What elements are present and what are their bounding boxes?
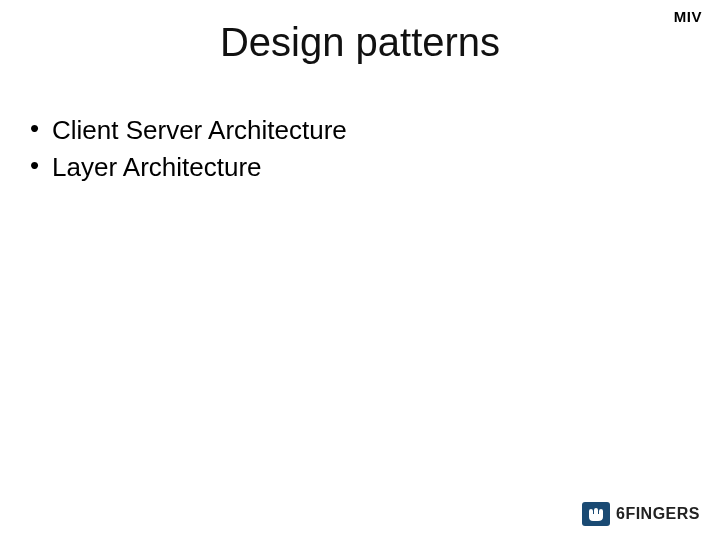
hand-icon — [582, 502, 610, 526]
footer-logo: 6FINGERS — [582, 502, 700, 526]
list-item: Client Server Architecture — [30, 115, 347, 146]
slide-title: Design patterns — [0, 20, 720, 65]
slide: MIV Design patterns Client Server Archit… — [0, 0, 720, 540]
list-item: Layer Architecture — [30, 152, 347, 183]
bullet-list: Client Server Architecture Layer Archite… — [30, 115, 347, 189]
brand-text: 6FINGERS — [616, 505, 700, 523]
